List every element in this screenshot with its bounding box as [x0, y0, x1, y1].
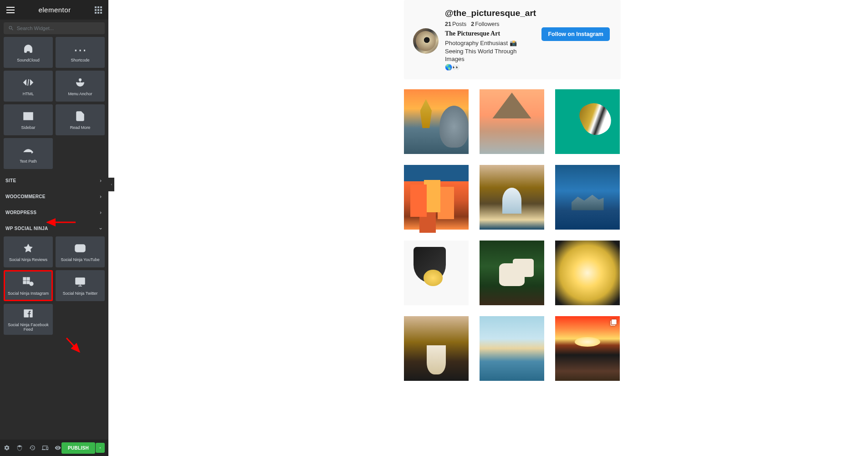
widget-menu-anchor[interactable]: Menu Anchor — [56, 71, 105, 102]
posts-count: 21 — [445, 21, 451, 27]
star-icon — [22, 242, 35, 255]
category-wordpress[interactable]: WORDPRESS — [4, 205, 105, 220]
widget-grid-social: Social Ninja Reviews Social Ninja YouTub… — [4, 236, 105, 335]
feed-post[interactable] — [555, 165, 620, 230]
svg-rect-4 — [24, 113, 33, 120]
feed-post[interactable] — [555, 316, 620, 381]
responsive-icon[interactable] — [42, 445, 48, 451]
bio-line: Photography Enthusiast 📸 — [445, 39, 536, 47]
history-icon[interactable] — [29, 445, 36, 451]
follow-instagram-button[interactable]: Follow on Instagram — [541, 27, 610, 41]
widget-read-more[interactable]: Read More — [56, 104, 105, 135]
settings-gear-icon[interactable] — [4, 445, 10, 451]
publish-options-caret[interactable] — [96, 443, 105, 453]
feed-post[interactable] — [480, 89, 544, 154]
widget-social-ninja-instagram[interactable]: Social Ninja Instagram — [4, 270, 53, 301]
navigator-icon[interactable] — [16, 445, 23, 451]
feed-post[interactable] — [404, 89, 469, 154]
followers-label: Followers — [475, 21, 500, 27]
editor-canvas: @the_picturesque_art 21Posts2Followers T… — [114, 0, 868, 456]
preview-eye-icon[interactable] — [55, 445, 61, 451]
svg-rect-16 — [27, 281, 30, 284]
apps-grid-icon[interactable] — [95, 6, 102, 14]
sidebar-header: elementor — [0, 0, 108, 20]
widget-label: Text Path — [18, 159, 39, 164]
widget-label: Social Ninja Reviews — [7, 257, 49, 262]
page-icon — [74, 110, 87, 123]
feed-post[interactable] — [404, 165, 469, 230]
category-wp-social-ninja[interactable]: WP SOCIAL NINJA — [4, 220, 105, 236]
publish-button[interactable]: PUBLISH — [61, 442, 95, 454]
youtube-icon — [74, 242, 87, 255]
category-label: WORDPRESS — [5, 210, 36, 215]
widget-social-ninja-youtube[interactable]: Social Ninja YouTube — [56, 236, 105, 267]
widget-social-ninja-facebook[interactable]: Social Ninja Facebook Feed — [4, 304, 53, 335]
chevron-right-icon — [98, 195, 103, 199]
code-icon — [22, 76, 35, 89]
widget-label: SoundCloud — [15, 58, 41, 62]
widget-label: Social Ninja Twitter — [61, 291, 99, 296]
widget-grid-general: SoundCloud [...] Shortcode HTML Menu Anc… — [4, 37, 105, 169]
widget-label: Social Ninja YouTube — [59, 257, 101, 262]
sidebar-footer: PUBLISH — [0, 440, 108, 456]
facebook-icon — [22, 307, 35, 320]
widget-social-ninja-reviews[interactable]: Social Ninja Reviews — [4, 236, 53, 267]
twitter-monitor-icon — [74, 276, 87, 288]
widget-shortcode[interactable]: [...] Shortcode — [56, 37, 105, 68]
widget-label: Shortcode — [69, 58, 91, 62]
widget-text-path[interactable]: Text Path — [4, 138, 53, 169]
sidebar-icon — [22, 110, 35, 123]
sidebar-scroll[interactable]: SoundCloud [...] Shortcode HTML Menu Anc… — [0, 37, 108, 440]
bio-line: Seeing This World Through Images — [445, 47, 536, 63]
widget-label: Social Ninja Instagram — [6, 291, 51, 296]
category-woocommerce[interactable]: WOOCOMMERCE — [4, 189, 105, 205]
menu-hamburger-icon[interactable] — [6, 7, 15, 13]
feed-post[interactable] — [480, 165, 544, 230]
elementor-logo: elementor — [38, 6, 71, 14]
search-input[interactable] — [17, 26, 100, 31]
svg-rect-14 — [27, 277, 30, 280]
svg-point-2 — [79, 79, 82, 81]
instagram-feed-grid — [404, 89, 621, 381]
svg-rect-15 — [23, 281, 26, 284]
headphones-icon — [22, 42, 35, 55]
textpath-icon — [22, 143, 35, 156]
chevron-down-icon — [98, 226, 103, 231]
feed-post[interactable] — [480, 316, 544, 381]
feed-post[interactable] — [404, 241, 469, 305]
widget-label: Social Ninja Facebook Feed — [4, 323, 53, 332]
feed-post[interactable] — [480, 241, 544, 305]
followers-count: 2 — [471, 21, 474, 27]
widget-label: Sidebar — [19, 125, 37, 130]
feed-post[interactable] — [555, 89, 620, 154]
category-site[interactable]: SITE — [4, 173, 105, 189]
search-wrap — [0, 20, 108, 37]
panel-collapse-toggle[interactable] — [108, 178, 114, 191]
search-icon — [8, 25, 14, 31]
profile-info: @the_picturesque_art 21Posts2Followers T… — [445, 8, 536, 71]
widget-social-ninja-twitter[interactable]: Social Ninja Twitter — [56, 270, 105, 301]
svg-line-1 — [28, 79, 29, 86]
widget-html[interactable]: HTML — [4, 71, 53, 102]
profile-handle[interactable]: @the_picturesque_art — [445, 8, 536, 18]
carousel-icon — [610, 319, 617, 326]
profile-bio: Photography Enthusiast 📸 Seeing This Wor… — [445, 39, 536, 71]
widget-label: Read More — [68, 125, 92, 130]
widget-label: HTML — [21, 92, 36, 96]
brackets-icon: [...] — [74, 42, 87, 55]
instagram-feed-widget: @the_picturesque_art 21Posts2Followers T… — [404, 0, 621, 381]
profile-display-name: The Picturesque Art — [445, 30, 536, 37]
widget-soundcloud[interactable]: SoundCloud — [4, 37, 53, 68]
profile-stats: 21Posts2Followers — [445, 21, 536, 27]
svg-text:[...]: [...] — [74, 45, 87, 52]
footer-icons — [4, 445, 61, 451]
chevron-right-icon — [98, 179, 103, 183]
feed-post[interactable] — [555, 241, 620, 305]
category-label: WP SOCIAL NINJA — [5, 226, 48, 231]
feed-post[interactable] — [404, 316, 469, 381]
profile-avatar[interactable] — [413, 28, 439, 54]
widget-sidebar[interactable]: Sidebar — [4, 104, 53, 135]
search-box[interactable] — [4, 22, 105, 34]
svg-point-18 — [31, 283, 32, 285]
instagram-grid-icon — [22, 276, 35, 288]
